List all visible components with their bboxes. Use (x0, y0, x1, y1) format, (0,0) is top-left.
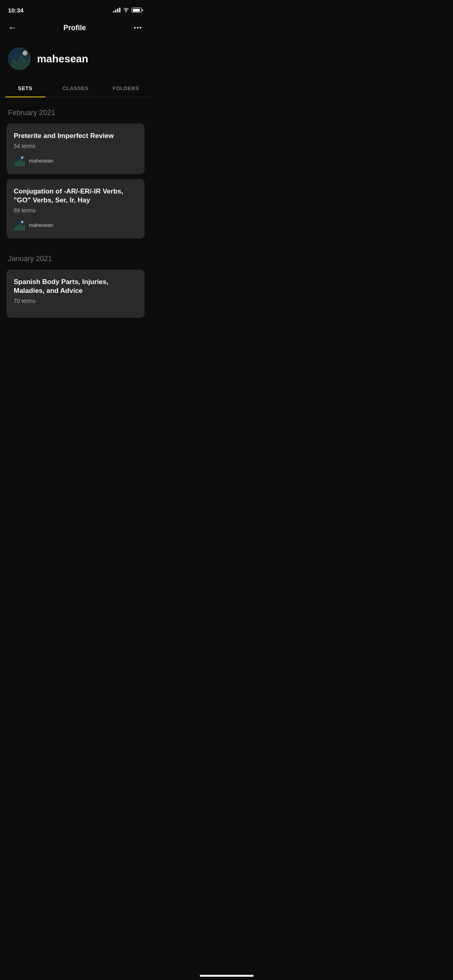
status-bar: 10:34 (0, 0, 151, 18)
set-card-spanish-body[interactable]: Spanish Body Parts, Injuries, Maladies, … (6, 270, 145, 318)
avatar (8, 47, 31, 70)
month-label-feb: February 2021 (6, 97, 145, 124)
svg-point-10 (21, 221, 23, 223)
set-card-conjugation[interactable]: Conjugation of -AR/-ER/-IR Verbs, "GO" V… (6, 179, 145, 239)
dot-icon (134, 27, 136, 29)
more-options-button[interactable] (132, 25, 143, 30)
tab-sets[interactable]: SETS (0, 80, 50, 97)
svg-point-4 (23, 51, 27, 56)
battery-icon (132, 8, 143, 12)
tabs-container: SETS CLASSES FOLDERS (0, 80, 151, 97)
set-title: Conjugation of -AR/-ER/-IR Verbs, "GO" V… (14, 187, 137, 205)
tab-classes[interactable]: CLASSES (50, 80, 101, 97)
wifi-icon (123, 8, 129, 12)
nav-header: ← Profile (0, 18, 151, 39)
status-time: 10:34 (8, 7, 23, 14)
author-avatar-svg (14, 155, 25, 166)
svg-point-0 (126, 12, 126, 12)
content-area: February 2021 Preterite and Imperfect Re… (0, 97, 151, 318)
avatar-image (8, 47, 31, 70)
set-terms: 89 terms (14, 207, 137, 214)
dot-icon (140, 27, 141, 29)
back-arrow-icon: ← (8, 23, 17, 33)
author-avatar (14, 219, 25, 231)
author-name: mahesean (29, 222, 54, 228)
set-author: mahesean (14, 219, 137, 231)
set-title: Preterite and Imperfect Review (14, 132, 137, 140)
set-terms: 70 terms (14, 298, 137, 304)
set-card-preterite[interactable]: Preterite and Imperfect Review 54 terms … (6, 124, 145, 174)
profile-section: mahesean (0, 39, 151, 80)
author-name: mahesean (29, 158, 54, 164)
set-title: Spanish Body Parts, Injuries, Maladies, … (14, 278, 137, 295)
svg-point-7 (21, 156, 23, 159)
back-button[interactable]: ← (8, 23, 17, 33)
dot-icon (137, 27, 139, 29)
status-icons (113, 8, 143, 12)
signal-icon (113, 8, 120, 12)
profile-username: mahesean (37, 53, 88, 65)
avatar-mountain-svg (8, 47, 31, 70)
month-label-jan: January 2021 (6, 243, 145, 270)
author-avatar (14, 155, 25, 166)
page-title: Profile (63, 24, 86, 32)
set-terms: 54 terms (14, 143, 137, 149)
tab-folders[interactable]: FOLDERS (101, 80, 151, 97)
set-author: mahesean (14, 155, 137, 166)
author-avatar-svg (14, 219, 25, 231)
